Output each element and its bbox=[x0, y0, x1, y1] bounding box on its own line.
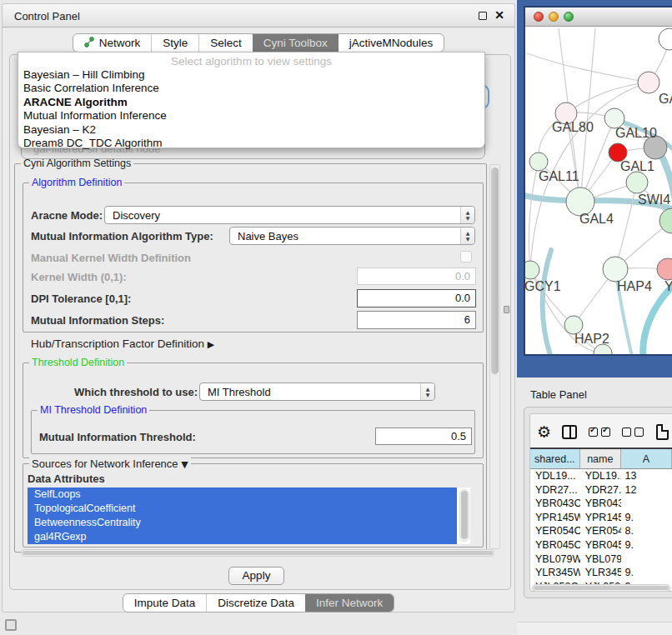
network-node[interactable] bbox=[525, 261, 539, 279]
network-node-label: GAL bbox=[659, 92, 672, 106]
table-row[interactable]: YER054CYER054C8. bbox=[530, 524, 672, 538]
hub-definition-expander[interactable]: Hub/Transcription Factor Definition ▶ bbox=[31, 338, 214, 350]
tab-network[interactable]: Network bbox=[73, 34, 152, 52]
attribute-item-selected[interactable]: SelfLoops bbox=[28, 488, 457, 502]
show-columns-icon[interactable] bbox=[562, 425, 577, 439]
attribute-item-selected[interactable]: TopologicalCoefficient bbox=[28, 502, 457, 516]
dropdown-item[interactable]: Dream8 DC_TDC Algorithm bbox=[18, 137, 484, 150]
tab-jactivemnodules[interactable]: jActiveMNodules bbox=[339, 34, 444, 52]
dropdown-item-highlighted[interactable]: ARACNE Algorithm bbox=[18, 96, 484, 109]
column-header-name[interactable]: name bbox=[580, 449, 621, 468]
column-header-partial[interactable]: A bbox=[621, 449, 672, 468]
table-cell bbox=[621, 497, 672, 511]
export-table-icon[interactable] bbox=[656, 424, 669, 440]
network-edge[interactable] bbox=[529, 162, 539, 270]
network-edge[interactable] bbox=[530, 270, 574, 325]
network-node[interactable] bbox=[529, 152, 548, 171]
network-window-titlebar[interactable] bbox=[525, 8, 672, 27]
dropdown-placeholder: Select algorithm to view settings bbox=[18, 54, 484, 68]
network-node[interactable] bbox=[626, 172, 648, 193]
network-node-label: GCY1 bbox=[525, 279, 561, 293]
sources-title[interactable]: Sources for Network Inference ▼ bbox=[29, 458, 191, 470]
mi-steps-field[interactable]: 6 bbox=[357, 311, 476, 329]
dpi-tolerance-field[interactable]: 0.0 bbox=[357, 289, 476, 308]
network-edge[interactable] bbox=[527, 53, 649, 82]
table-cell: YER054C bbox=[580, 524, 622, 538]
network-node[interactable] bbox=[657, 258, 672, 280]
network-node-label: GAL1 bbox=[620, 159, 654, 173]
dropdown-item[interactable]: Mutual Information Inference bbox=[18, 109, 484, 122]
which-threshold-combo[interactable]: MI Threshold ▲▼ bbox=[199, 382, 435, 401]
attribute-item-selected[interactable]: gal4RGexp bbox=[28, 530, 457, 544]
panel-title: Control Panel bbox=[14, 10, 80, 22]
table-cell: YPR145W bbox=[530, 511, 580, 525]
network-canvas-svg: GALGAL80GAL10GAL1GAL11SWI4GAL4GCY1HAP4YH… bbox=[525, 27, 672, 354]
mi-threshold-field[interactable]: 0.5 bbox=[375, 428, 472, 445]
apply-button[interactable]: Apply bbox=[228, 567, 284, 585]
table-cell: YPR145W bbox=[580, 511, 622, 525]
kernel-width-label: Kernel Width (0,1): bbox=[31, 271, 127, 283]
table-cell: YDR27... bbox=[580, 483, 622, 498]
bottom-tabbar: Impute Data Discretize Data Infer Networ… bbox=[3, 593, 514, 612]
aracne-mode-combo[interactable]: Discovery ▲▼ bbox=[104, 206, 475, 224]
dropdown-item[interactable]: Bayesian – K2 bbox=[18, 123, 484, 137]
table-cell: YLR345W bbox=[530, 566, 580, 580]
table-panel-title: Table Panel bbox=[530, 388, 587, 401]
dropdown-item[interactable]: Bayesian – Hill Climbing bbox=[18, 68, 484, 82]
network-node[interactable] bbox=[638, 72, 659, 93]
tab-infer-network[interactable]: Infer Network bbox=[305, 594, 394, 612]
settings-horizontal-scrollbar[interactable] bbox=[21, 549, 494, 557]
table-row[interactable]: YBR045CYBR045C9. bbox=[530, 538, 672, 552]
table-row[interactable]: YLR345WYLR345W9. bbox=[530, 566, 672, 580]
table-cell: YBL079W bbox=[580, 552, 622, 567]
table-row[interactable]: YDL19...YDL19...13 bbox=[530, 469, 672, 483]
float-window-icon[interactable] bbox=[479, 12, 487, 20]
tab-impute-data[interactable]: Impute Data bbox=[123, 594, 207, 612]
table-row[interactable]: YBL079WYBL079W bbox=[530, 552, 672, 567]
collapsed-panel-icon[interactable] bbox=[5, 619, 17, 631]
panel-splitter-handle[interactable] bbox=[504, 306, 509, 313]
tab-cyni-toolbox[interactable]: Cyni Toolbox bbox=[253, 34, 339, 52]
manual-kernel-checkbox[interactable] bbox=[460, 251, 472, 262]
dropdown-item[interactable]: Basic Correlation Inference bbox=[18, 82, 484, 95]
network-canvas[interactable]: GALGAL80GAL10GAL1GAL11SWI4GAL4GCY1HAP4YH… bbox=[525, 27, 672, 354]
manual-kernel-label: Manual Kernel Width Definition bbox=[31, 252, 191, 264]
settings-vertical-scrollbar[interactable] bbox=[489, 164, 500, 549]
data-attributes-label: Data Attributes bbox=[28, 472, 105, 485]
gear-icon[interactable]: ⚙ bbox=[537, 422, 551, 441]
network-edge[interactable] bbox=[615, 182, 637, 269]
stepper-arrows-icon: ▲▼ bbox=[460, 207, 474, 223]
control-panel-window: Control Panel ✕ Network Style Select Cyn… bbox=[2, 3, 515, 612]
kernel-width-field[interactable]: 0.0 bbox=[357, 268, 476, 285]
close-traffic-light[interactable] bbox=[534, 12, 544, 22]
unselect-all-columns-icon[interactable] bbox=[622, 428, 644, 437]
network-node[interactable] bbox=[659, 28, 672, 50]
table-cell: 13 bbox=[621, 469, 672, 483]
mi-type-value: Naive Bayes bbox=[238, 230, 298, 242]
attribute-item-selected[interactable]: BetweennessCentrality bbox=[28, 516, 457, 530]
mi-type-combo[interactable]: Naive Bayes ▲▼ bbox=[229, 227, 475, 245]
column-header-shared-name[interactable]: shared... bbox=[530, 449, 580, 468]
mi-threshold-label: Mutual Information Threshold: bbox=[39, 431, 196, 443]
table-row[interactable]: YBR043CYBR043C bbox=[530, 497, 672, 511]
network-node[interactable] bbox=[603, 257, 628, 282]
mi-threshold-title: MI Threshold Definition bbox=[38, 404, 149, 416]
network-node-label: HAP4 bbox=[617, 279, 652, 293]
network-edge[interactable] bbox=[643, 283, 672, 354]
list-vertical-scrollbar[interactable] bbox=[459, 489, 469, 542]
tab-select[interactable]: Select bbox=[198, 34, 253, 52]
table-horizontal-scrollbar[interactable] bbox=[532, 584, 670, 592]
table-row[interactable]: YPR145WYPR145W9. bbox=[530, 511, 672, 525]
tab-discretize-data[interactable]: Discretize Data bbox=[206, 594, 305, 612]
table-cell: YBR045C bbox=[580, 538, 622, 552]
zoom-traffic-light[interactable] bbox=[564, 12, 574, 22]
tab-style[interactable]: Style bbox=[151, 34, 198, 52]
network-edge[interactable] bbox=[543, 250, 552, 354]
table-row[interactable]: YDR27...YDR27...12 bbox=[530, 483, 672, 498]
control-panel-titlebar: Control Panel ✕ bbox=[3, 4, 514, 28]
table-cell: YDR27... bbox=[530, 483, 580, 498]
minimize-traffic-light[interactable] bbox=[549, 12, 559, 22]
select-all-columns-icon[interactable] bbox=[589, 428, 610, 437]
close-icon[interactable]: ✕ bbox=[494, 8, 504, 22]
network-node-label: GAL80 bbox=[552, 120, 594, 134]
